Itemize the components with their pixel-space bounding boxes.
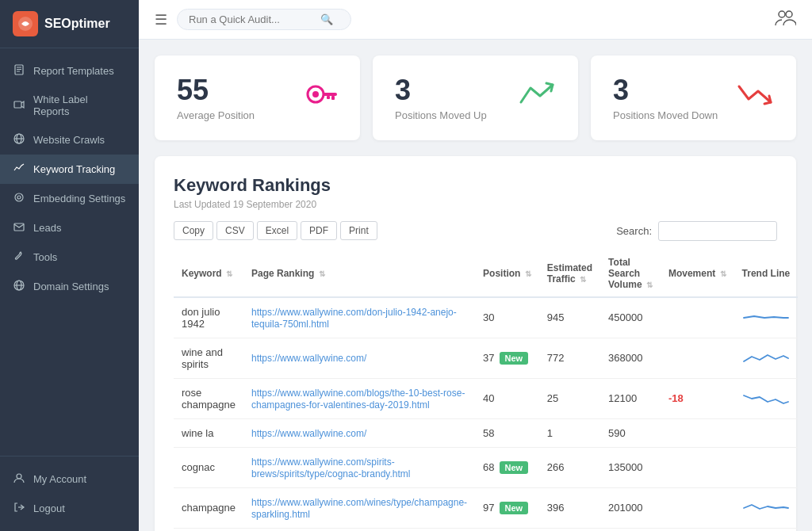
cell-position: 40 [475, 378, 539, 418]
stat-label: Positions Moved Up [395, 109, 487, 121]
svg-rect-22 [331, 96, 335, 100]
cell-total-search-volume: 450000 [600, 297, 661, 338]
cell-trend [734, 447, 799, 487]
user-icon[interactable] [774, 6, 796, 32]
excel-button[interactable]: Excel [257, 221, 297, 240]
cell-position: 37New [475, 338, 539, 378]
content-area: 55 Average Position 3 Posi [139, 40, 812, 531]
table-search-input[interactable] [658, 221, 777, 241]
stat-number: 3 [395, 74, 487, 106]
sidebar-item-label: White Label Reports [33, 94, 126, 117]
stat-info: 3 Positions Moved Down [613, 74, 718, 121]
stat-card-avg-position: 55 Average Position [155, 55, 360, 140]
stat-label: Positions Moved Down [613, 109, 718, 121]
search-input[interactable] [189, 13, 316, 25]
rankings-section: Keyword Rankings Last Updated 19 Septemb… [155, 156, 796, 531]
cell-url: https://www.wallywine.com/spirits-brews/… [243, 447, 475, 487]
cell-movement: -18 [661, 378, 734, 418]
csv-button[interactable]: CSV [216, 221, 254, 240]
key-icon [306, 82, 338, 113]
sidebar-item-label: Embedding Settings [33, 193, 125, 204]
sidebar-nav: Report Templates White Label Reports Web… [0, 48, 139, 456]
stat-card-moved-up: 3 Positions Moved Up [373, 55, 578, 140]
cell-url: https://www.wallywine.com/shipping/ [243, 528, 475, 531]
sidebar-item-website-crawls[interactable]: Website Crawls [0, 125, 139, 155]
stat-info: 55 Average Position [177, 74, 255, 121]
table-buttons: Copy CSV Excel PDF Print [174, 221, 377, 240]
cell-trend [734, 297, 799, 338]
cell-trend [734, 418, 799, 447]
sidebar-item-leads[interactable]: Leads [0, 213, 139, 243]
sidebar-item-label: Logout [33, 502, 65, 514]
cell-url: https://www.wallywine.com/don-julio-1942… [243, 297, 475, 338]
table-toolbar: Copy CSV Excel PDF Print Search: [174, 221, 777, 241]
svg-point-9 [15, 193, 23, 201]
cell-movement [661, 487, 734, 528]
url-link[interactable]: https://www.wallywine.com/blogs/the-10-b… [251, 388, 465, 411]
sidebar-item-label: My Account [33, 473, 86, 485]
cell-keyword: cognac [174, 447, 243, 487]
stat-label: Average Position [177, 109, 255, 121]
cell-keyword: don julio 1942 [174, 297, 243, 338]
topbar: ☰ 🔍 [139, 0, 812, 40]
sidebar-item-white-label[interactable]: White Label Reports [0, 86, 139, 125]
table-row: wine delivery https://www.wallywine.com/… [174, 528, 798, 531]
cell-total-search-volume: 60500 [600, 528, 661, 531]
url-link[interactable]: https://www.wallywine.com/spirits-brews/… [251, 457, 411, 479]
url-link[interactable]: https://www.wallywine.com/ [251, 353, 366, 364]
table-body: don julio 1942 https://www.wallywine.com… [174, 297, 798, 531]
domain-icon [13, 280, 25, 293]
url-link[interactable]: https://www.wallywine.com/don-julio-1942… [251, 307, 457, 330]
cell-url: https://www.wallywine.com/wines/type/cha… [243, 487, 475, 528]
col-keyword: Keyword ⇅ [174, 250, 243, 297]
cell-estimated-traffic: 153 [539, 528, 600, 531]
sidebar-item-report-templates[interactable]: Report Templates [0, 56, 139, 86]
sidebar-item-keyword-tracking[interactable]: Keyword Tracking [0, 155, 139, 184]
pdf-button[interactable]: PDF [301, 221, 337, 240]
rankings-title: Keyword Rankings [174, 175, 777, 196]
label-icon [13, 99, 25, 113]
svg-point-18 [786, 11, 792, 17]
col-position: Position ⇅ [475, 250, 539, 297]
search-row: Search: [616, 221, 777, 241]
table-header-row: Keyword ⇅ Page Ranking ⇅ Position ⇅ Esti… [174, 250, 798, 297]
cell-estimated-traffic: 1 [539, 418, 600, 447]
sidebar-item-label: Report Templates [33, 65, 114, 77]
cell-total-search-volume: 368000 [600, 338, 661, 378]
cell-trend [734, 528, 799, 531]
cell-estimated-traffic: 396 [539, 487, 600, 528]
cell-estimated-traffic: 266 [539, 447, 600, 487]
stat-number: 3 [613, 74, 718, 106]
table-row: don julio 1942 https://www.wallywine.com… [174, 297, 798, 338]
copy-button[interactable]: Copy [174, 221, 213, 240]
url-link[interactable]: https://www.wallywine.com/ [251, 428, 366, 439]
sidebar: SEOptimer Report Templates White Label R… [0, 0, 139, 531]
search-icon: 🔍 [320, 13, 333, 25]
crawls-icon [13, 133, 25, 147]
cell-movement [661, 528, 734, 531]
print-button[interactable]: Print [340, 221, 377, 240]
cell-position: 97New [475, 487, 539, 528]
rankings-subtitle: Last Updated 19 September 2020 [174, 199, 777, 210]
sidebar-item-embedding-settings[interactable]: Embedding Settings [0, 184, 139, 213]
cell-keyword: wine and spirits [174, 338, 243, 378]
cell-position: 30 [475, 297, 539, 338]
embed-icon [13, 192, 25, 205]
cell-total-search-volume: 12100 [600, 378, 661, 418]
sidebar-item-tools[interactable]: Tools [0, 243, 139, 272]
table-row: champagne https://www.wallywine.com/wine… [174, 487, 798, 528]
cell-trend [734, 487, 799, 528]
sidebar-item-my-account[interactable]: My Account [0, 464, 139, 494]
sidebar-item-label: Keyword Tracking [33, 163, 115, 175]
sidebar-item-domain-settings[interactable]: Domain Settings [0, 272, 139, 301]
badge: New [500, 352, 529, 365]
sidebar-item-label: Website Crawls [33, 134, 105, 146]
keyword-icon [13, 162, 25, 176]
sidebar-item-label: Domain Settings [33, 281, 109, 292]
leads-icon [13, 221, 25, 235]
sidebar-item-logout[interactable]: Logout [0, 494, 139, 523]
hamburger-icon[interactable]: ☰ [155, 11, 167, 29]
url-link[interactable]: https://www.wallywine.com/wines/type/cha… [251, 497, 467, 520]
movement-value: -18 [668, 392, 684, 404]
cell-movement [661, 297, 734, 338]
